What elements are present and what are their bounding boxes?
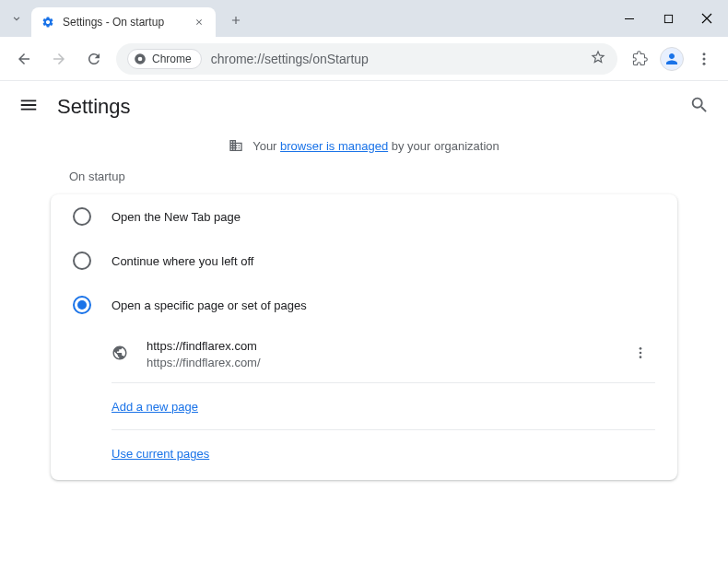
svg-rect-1: [664, 15, 672, 22]
tab-close-button[interactable]: [192, 15, 206, 29]
minimize-icon: [624, 13, 635, 24]
managed-suffix: by your organization: [388, 139, 499, 153]
add-new-page-link[interactable]: Add a new page: [112, 400, 198, 414]
arrow-left-icon: [16, 51, 32, 67]
reload-icon: [86, 51, 102, 67]
managed-prefix: Your: [252, 139, 280, 153]
chrome-menu-button[interactable]: [691, 46, 717, 72]
close-icon: [194, 18, 204, 27]
person-icon: [663, 51, 680, 67]
window-titlebar: Settings - On startup: [0, 0, 728, 37]
dots-vertical-icon: [696, 51, 712, 67]
back-button[interactable]: [11, 46, 37, 72]
extensions-button[interactable]: [627, 46, 652, 72]
link-row: Use current pages: [112, 430, 655, 480]
chrome-logo-icon: [134, 53, 147, 65]
radio-label: Open the New Tab page: [112, 210, 241, 224]
page-actions-button[interactable]: [626, 338, 655, 371]
svg-point-6: [703, 62, 706, 64]
section-label: On startup: [51, 170, 677, 194]
forward-button[interactable]: [46, 46, 72, 72]
url-text: chrome://settings/onStartup: [211, 52, 581, 66]
radio-option-specific-page[interactable]: Open a specific page or set of pages: [51, 283, 677, 327]
close-window-button[interactable]: [693, 5, 721, 32]
startup-page-row: https://findflarex.com https://findflare…: [112, 327, 655, 383]
puzzle-icon: [632, 51, 648, 66]
startup-page-url: https://findflarex.com/: [147, 355, 607, 371]
building-icon: [229, 138, 243, 153]
svg-point-3: [138, 56, 143, 61]
omnibox[interactable]: Chrome chrome://settings/onStartup: [116, 43, 617, 75]
search-button[interactable]: [689, 95, 710, 119]
svg-point-4: [703, 53, 706, 55]
dots-vertical-icon: [633, 345, 648, 360]
site-chip-label: Chrome: [152, 53, 192, 65]
chevron-down-icon: [10, 12, 23, 25]
maximize-button[interactable]: [654, 5, 682, 32]
reload-button[interactable]: [81, 46, 107, 72]
radio-button: [73, 207, 91, 226]
profile-button[interactable]: [660, 47, 684, 71]
gear-icon: [41, 15, 55, 29]
globe-icon: [112, 345, 128, 365]
settings-header: Settings: [0, 81, 728, 133]
svg-point-5: [703, 57, 706, 60]
radio-button-selected: [73, 296, 91, 314]
plus-icon: [229, 14, 242, 27]
startup-page-title: https://findflarex.com: [147, 338, 607, 355]
svg-point-8: [640, 352, 642, 355]
svg-point-9: [640, 357, 642, 359]
use-current-pages-link[interactable]: Use current pages: [112, 447, 209, 461]
radio-label: Continue where you left off: [112, 254, 253, 268]
minimize-button[interactable]: [616, 5, 643, 32]
window-controls: [616, 5, 721, 32]
close-icon: [701, 13, 712, 24]
tab-title: Settings - On startup: [63, 16, 184, 29]
address-bar: Chrome chrome://settings/onStartup: [0, 37, 728, 81]
tab-search-button[interactable]: [6, 7, 28, 29]
radio-option-new-tab[interactable]: Open the New Tab page: [51, 194, 677, 239]
new-tab-button[interactable]: [223, 7, 249, 33]
hamburger-icon: [18, 95, 39, 115]
arrow-right-icon: [51, 51, 67, 67]
svg-rect-0: [625, 18, 634, 19]
svg-point-7: [640, 347, 642, 350]
link-row: Add a new page: [112, 383, 655, 430]
star-icon: [590, 49, 606, 65]
radio-option-continue[interactable]: Continue where you left off: [51, 239, 677, 283]
radio-label: Open a specific page or set of pages: [112, 298, 307, 312]
managed-link[interactable]: browser is managed: [280, 139, 388, 153]
site-chip[interactable]: Chrome: [127, 49, 202, 69]
maximize-icon: [663, 14, 674, 24]
bookmark-button[interactable]: [590, 49, 606, 69]
startup-card: Open the New Tab page Continue where you…: [51, 194, 677, 480]
page-title: Settings: [57, 95, 671, 119]
search-icon: [689, 95, 710, 115]
menu-button[interactable]: [18, 95, 39, 119]
managed-banner: Your browser is managed by your organiza…: [0, 133, 728, 170]
radio-button: [73, 252, 91, 270]
browser-tab[interactable]: Settings - On startup: [31, 7, 216, 37]
